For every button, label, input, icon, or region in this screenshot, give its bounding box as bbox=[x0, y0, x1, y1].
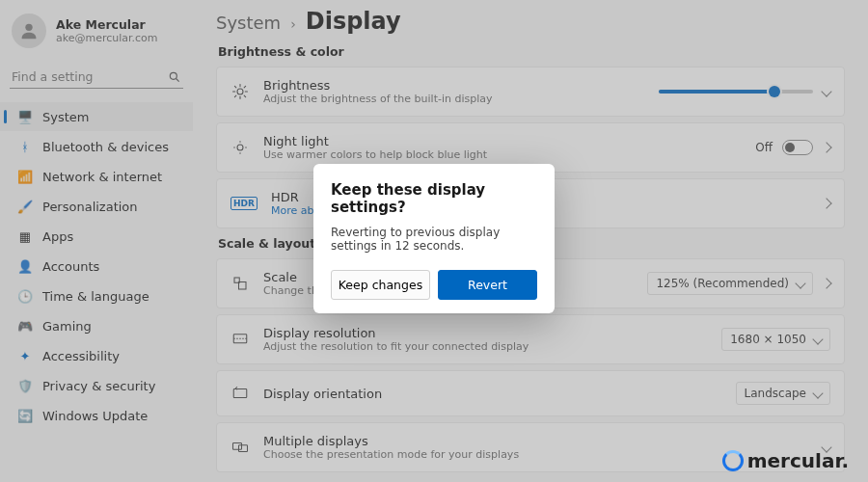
keep-changes-button[interactable]: Keep changes bbox=[331, 270, 430, 300]
keep-settings-dialog: Keep these display settings? Reverting t… bbox=[313, 164, 555, 313]
revert-button[interactable]: Revert bbox=[438, 270, 537, 300]
dialog-body: Reverting to previous display settings i… bbox=[331, 226, 537, 253]
watermark: mercular. bbox=[722, 449, 849, 472]
dialog-title: Keep these display settings? bbox=[331, 181, 537, 216]
mercular-logo-icon bbox=[722, 450, 744, 471]
modal-overlay: Keep these display settings? Reverting t… bbox=[0, 0, 868, 482]
